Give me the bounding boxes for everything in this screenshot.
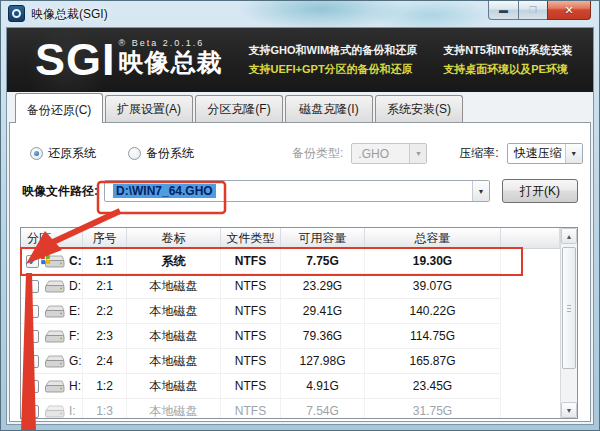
image-path-row: 映像文件路径: D:\WIN7_64.GHO ▼ 打开(K) — [10, 179, 590, 203]
chevron-down-icon: ▼ — [409, 144, 426, 163]
volume-label: 本地磁盘 — [127, 399, 221, 419]
volume-label: 本地磁盘 — [127, 324, 221, 349]
disk-icon — [43, 404, 65, 419]
disk-icon — [43, 329, 65, 344]
header-total-capacity[interactable]: 总容量 — [365, 228, 501, 248]
partition-checkbox[interactable] — [26, 380, 39, 393]
volume-label: 本地磁盘 — [127, 349, 221, 374]
table-row[interactable]: F: 2:3 本地磁盘 NTFS 79.36G 114.75G — [21, 324, 560, 349]
partition-index: 1:3 — [83, 399, 127, 419]
total-capacity: 165.87G — [365, 349, 501, 374]
filesystem-type: NTFS — [221, 374, 281, 399]
tab-extended-settings[interactable]: 扩展设置(A) — [105, 95, 193, 122]
feature-column-1: 支持GHO和WIM格式的备份和还原 支持UEFI+GPT分区的备份和还原 — [249, 41, 418, 79]
partition-index: 1:2 — [83, 374, 127, 399]
drive-letter: D: — [69, 279, 81, 293]
disk-icon — [43, 254, 65, 269]
partition-index: 2:2 — [83, 299, 127, 324]
filesystem-type: NTFS — [221, 274, 281, 299]
compression-select[interactable]: 快速压缩 ▼ — [507, 143, 583, 164]
table-row[interactable]: G: 2:4 本地磁盘 NTFS 127.98G 165.87G — [21, 349, 560, 374]
free-capacity: 7.54G — [281, 399, 365, 419]
chevron-down-icon: ▼ — [472, 181, 489, 201]
open-button[interactable]: 打开(K) — [502, 179, 578, 203]
options-row: 还原系统 备份系统 备份类型: .GHO ▼ 压缩率: 快速压缩 ▼ — [10, 143, 590, 164]
free-capacity: 127.98G — [281, 349, 365, 374]
filesystem-type: NTFS — [221, 349, 281, 374]
total-capacity: 23.45G — [365, 374, 501, 399]
header-index[interactable]: 序号 — [83, 228, 127, 248]
compression-label: 压缩率: — [459, 145, 498, 162]
volume-label: 本地磁盘 — [127, 274, 221, 299]
free-capacity: 23.29G — [281, 274, 365, 299]
image-path-input[interactable]: D:\WIN7_64.GHO ▼ — [104, 180, 490, 202]
app-icon — [8, 5, 25, 22]
title-bar[interactable]: 映像总裁(SGI) ▬ ❐ ✕ — [1, 1, 599, 27]
partition-checkbox[interactable] — [26, 305, 39, 318]
backup-type-select: .GHO ▼ — [351, 143, 427, 164]
close-button[interactable]: ✕ — [547, 1, 591, 20]
table-row[interactable]: ✔ C: 1:1 系统 NTFS 7.75G 19.30G — [21, 249, 560, 274]
disk-icon — [43, 354, 65, 369]
partition-checkbox[interactable] — [26, 405, 39, 418]
partition-checkbox[interactable]: ✔ — [26, 255, 39, 268]
tab-system-install[interactable]: 系统安装(S) — [375, 95, 463, 122]
volume-label: 本地磁盘 — [127, 374, 221, 399]
drive-letter: E: — [69, 304, 80, 318]
table-row[interactable]: I: 1:3 本地磁盘 NTFS 7.54G 31.75G — [21, 399, 560, 419]
partition-checkbox[interactable] — [26, 280, 39, 293]
partition-table: 分区 序号 卷标 文件类型 可用容量 总容量 ✔ — [20, 227, 578, 419]
tab-partition-clone[interactable]: 分区克隆(F) — [195, 95, 283, 122]
table-scrollbar[interactable]: ▲ ▼ — [560, 228, 577, 418]
filesystem-type: NTFS — [221, 249, 281, 274]
table-row[interactable]: E: 2:2 本地磁盘 NTFS 29.41G 140.22G — [21, 299, 560, 324]
client-area: SGI ® Beta 2.0.1.6 映像总裁 支持GHO和WIM格式的备份和还… — [6, 27, 594, 425]
header-filesystem[interactable]: 文件类型 — [221, 228, 281, 248]
header-partition[interactable]: 分区 — [21, 228, 83, 248]
table-row[interactable]: D: 2:1 本地磁盘 NTFS 23.29G 39.07G — [21, 274, 560, 299]
scroll-up-button[interactable]: ▲ — [561, 228, 577, 244]
drive-letter: F: — [69, 329, 80, 343]
window-controls: ▬ ❐ ✕ — [488, 1, 591, 20]
header-filler — [501, 228, 560, 248]
logo-subtitle: 映像总裁 — [119, 49, 223, 76]
free-capacity: 79.36G — [281, 324, 365, 349]
total-capacity: 31.75G — [365, 399, 501, 419]
app-window: 映像总裁(SGI) ▬ ❐ ✕ SGI ® Beta 2.0.1.6 映像总裁 … — [0, 0, 600, 431]
partition-index: 1:1 — [83, 249, 127, 274]
partition-index: 2:4 — [83, 349, 127, 374]
partition-checkbox[interactable] — [26, 355, 39, 368]
window-title: 映像总裁(SGI) — [31, 6, 108, 23]
feature-line: 支持NT5和NT6的系统安装 — [443, 41, 573, 60]
header-free-capacity[interactable]: 可用容量 — [281, 228, 365, 248]
filesystem-type: NTFS — [221, 399, 281, 419]
free-capacity: 4.91G — [281, 374, 365, 399]
disk-icon — [43, 304, 65, 319]
maximize-icon: ❐ — [529, 5, 537, 15]
drive-letter: C: — [69, 254, 82, 268]
filesystem-type: NTFS — [221, 324, 281, 349]
table-body: ✔ C: 1:1 系统 NTFS 7.75G 19.30G — [21, 249, 560, 419]
volume-label: 系统 — [127, 249, 221, 274]
disk-icon — [43, 379, 65, 394]
header-volume-label[interactable]: 卷标 — [127, 228, 221, 248]
header-banner: SGI ® Beta 2.0.1.6 映像总裁 支持GHO和WIM格式的备份和还… — [7, 28, 593, 92]
minimize-button[interactable]: ▬ — [488, 1, 519, 20]
feature-column-2: 支持NT5和NT6的系统安装 支持桌面环境以及PE环境 — [443, 41, 573, 79]
partition-checkbox[interactable] — [26, 330, 39, 343]
radio-restore-label: 还原系统 — [48, 145, 96, 162]
radio-backup-system[interactable]: 备份系统 — [128, 145, 194, 162]
scrollbar-thumb[interactable] — [562, 247, 576, 369]
tab-disk-clone[interactable]: 磁盘克隆(I) — [285, 95, 373, 122]
partition-index: 2:1 — [83, 274, 127, 299]
tab-backup-restore[interactable]: 备份还原(C) — [15, 93, 103, 123]
scroll-down-button[interactable]: ▼ — [561, 402, 577, 418]
tab-bar: 备份还原(C) 扩展设置(A) 分区克隆(F) 磁盘克隆(I) 系统安装(S) — [7, 92, 593, 122]
minimize-icon: ▬ — [499, 5, 508, 15]
radio-restore-system[interactable]: 还原系统 — [30, 145, 96, 162]
backup-type-label: 备份类型: — [292, 145, 343, 162]
table-row[interactable]: H: 1:2 本地磁盘 NTFS 4.91G 23.45G — [21, 374, 560, 399]
total-capacity: 39.07G — [365, 274, 501, 299]
drive-letter: I: — [69, 404, 76, 418]
filesystem-type: NTFS — [221, 299, 281, 324]
